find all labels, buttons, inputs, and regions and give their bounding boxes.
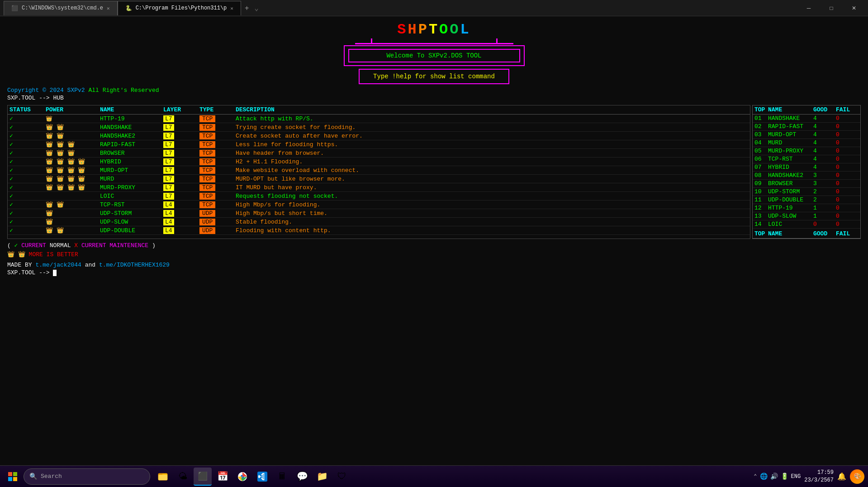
th-status: STATUS	[9, 106, 46, 113]
stats-header: TOP NAME GOOD FAIL	[753, 105, 860, 115]
network-icon[interactable]: 🌐	[760, 473, 768, 480]
legend-close-paren: )	[152, 242, 156, 249]
add-tab-button[interactable]: +	[241, 4, 252, 12]
tab-cmd[interactable]: ⬛ C:\WINDOWS\system32\cmd.e ✕	[4, 1, 118, 15]
copyright-line: Copyright © 2024 SXPv2 All Right's Reser…	[7, 87, 861, 94]
stats-footer: TOP NAME GOOD FAIL	[753, 229, 860, 239]
sh-fail-footer: FAIL	[836, 230, 859, 237]
legend-line: ( ✓ CURRENT NORMAL X CURRENT MAINTENENCE…	[7, 242, 861, 249]
copyright-prefix: Copyright © 2024 SXPv2	[7, 87, 85, 94]
tab-python-icon: 🐍	[125, 5, 132, 12]
table-row: ✓ LOIC L7 TCP Requests flooding not sock…	[8, 192, 750, 201]
search-bar[interactable]: 🔍 Search	[24, 468, 150, 485]
minimize-button[interactable]: ─	[798, 1, 819, 15]
taskbar-app-calendar[interactable]: 📅	[213, 468, 232, 486]
title-bar: ⬛ C:\WINDOWS\system32\cmd.e ✕ 🐍 C:\Progr…	[0, 0, 868, 16]
taskbar-app-weather[interactable]: 🌤	[174, 468, 192, 486]
svg-rect-2	[8, 477, 12, 481]
legend-normal-text: NORMAL	[50, 242, 75, 249]
lang-label[interactable]: ENG	[791, 473, 801, 480]
taskbar-app-fileexplorer[interactable]	[154, 468, 172, 486]
made-by-and: and	[85, 262, 99, 268]
stats-row: 04 MURD 4 0	[753, 139, 860, 147]
chevron-up-icon[interactable]: ⌃	[754, 473, 757, 480]
made-by-line: MADE BY t.me/jack2044 and t.me/IDKOTHERH…	[7, 262, 861, 268]
terminal-cursor	[53, 270, 57, 276]
stats-row: 06 TCP-RST 4 0	[753, 155, 860, 163]
taskbar-app-shield[interactable]: 🛡	[333, 468, 351, 486]
th-power: POWER	[46, 106, 100, 113]
sh-fail: FAIL	[836, 106, 859, 113]
sh-name: NAME	[768, 106, 813, 113]
svg-rect-3	[13, 477, 17, 481]
logo-container: SHPTOOL Welcome To SXPv2.DOS TOOL Type !…	[7, 22, 861, 84]
window-controls: ─ □ ✕	[798, 1, 864, 15]
table-row: ✓ 👑 UDP-STORM L4 UDP High Mbp/s but shor…	[8, 209, 750, 218]
made-by-link2[interactable]: t.me/IDKOTHERHEX1629	[99, 262, 170, 268]
tab-cmd-label: C:\WINDOWS\system32\cmd.e	[22, 5, 103, 11]
avatar-icon: 🎨	[854, 473, 861, 480]
th-type: TYPE	[199, 106, 236, 113]
stats-row: 02 RAPID-FAST 4 0	[753, 123, 860, 131]
taskbar-app-folder[interactable]: 📁	[313, 468, 331, 486]
copyright-suffix: All Right's Reserved	[88, 87, 159, 94]
table-row: ✓ 👑 HTTP-19 L7 TCP Attack http with RP/S…	[8, 115, 750, 123]
tab-python[interactable]: 🐍 C:\Program Files\Python311\p ✕	[118, 1, 241, 15]
table-row: ✓ 👑 👑 👑 👑 HYBRID L7 TCP H2 + H1.1 Floodi…	[8, 158, 750, 166]
svg-rect-0	[8, 472, 12, 476]
table-row: ✓ 👑 👑 UDP-DOUBLE L4 UDP Flooding with co…	[8, 226, 750, 235]
volume-icon[interactable]: 🔊	[770, 473, 778, 480]
made-by-label: MADE BY	[7, 262, 35, 268]
taskbar-app-vscode[interactable]	[253, 468, 271, 486]
more-line: 👑 👑 MORE IS BETTER	[7, 251, 861, 258]
more-crown-icon: 👑	[7, 251, 18, 258]
notification-icon[interactable]: 🔔	[837, 472, 846, 481]
made-by-link1[interactable]: t.me/jack2044	[35, 262, 81, 268]
prompt-label: SXP.TOOL -->	[7, 269, 53, 276]
stats-panel: TOP NAME GOOD FAIL 01 HANDSHAKE 4 0 02 R…	[752, 105, 861, 239]
taskbar-app-calculator[interactable]: 🖩	[273, 468, 291, 486]
taskbar-time[interactable]: 17:59 23/3/2567	[804, 469, 834, 484]
time-display: 17:59	[804, 469, 834, 477]
terminal-area: SHPTOOL Welcome To SXPv2.DOS TOOL Type !…	[0, 16, 868, 465]
logo-t: O	[439, 21, 450, 38]
tab-python-close[interactable]: ✕	[230, 5, 233, 11]
stats-row: 11 UDP-DOUBLE 2 0	[753, 196, 860, 204]
taskbar-app-chrome[interactable]	[233, 468, 251, 486]
legend-current-text2: CURRENT	[81, 242, 109, 249]
close-button[interactable]: ✕	[844, 1, 864, 15]
table-row: ✓ 👑 👑 HANDSHAKE L7 TCP Trying create soc…	[8, 123, 750, 132]
table-row: ✓ 👑 👑 HANDSHAKE2 L7 TCP Create socket au…	[8, 132, 750, 140]
taskbar-app-line[interactable]: 💬	[293, 468, 311, 486]
tab-cmd-icon: ⬛	[11, 5, 18, 12]
stats-row: 01 HANDSHAKE 4 0	[753, 115, 860, 123]
th-name: NAME	[100, 106, 163, 113]
logo-h: H	[408, 21, 418, 38]
stats-row: 13 UDP-SLOW 1 0	[753, 212, 860, 220]
prompt-hub: SXP.TOOL --> HUB	[7, 95, 861, 101]
start-button[interactable]	[4, 468, 22, 486]
taskbar-app-terminal[interactable]: ⬛	[194, 468, 212, 486]
final-prompt[interactable]: SXP.TOOL -->	[7, 269, 861, 276]
taskbar-apps: 🌤 ⬛ 📅 🖩	[154, 468, 351, 486]
maximize-button[interactable]: □	[821, 1, 842, 15]
sh-top-footer: TOP	[754, 230, 768, 237]
th-layer: LAYER	[163, 106, 199, 113]
more-text: 👑 MORE IS BETTER	[18, 251, 78, 258]
user-avatar[interactable]: 🎨	[850, 469, 864, 484]
date-display: 23/3/2567	[804, 477, 834, 484]
stats-row: 08 HANDSHAKE2 3 0	[753, 172, 860, 180]
legend-current-text: CURRENT	[21, 242, 49, 249]
search-text: Search	[41, 473, 62, 480]
stats-row: 05 MURD-PROXY 4 0	[753, 147, 860, 155]
table-row: ✓ 👑 👑 👑 👑 MURD-PROXY L7 TCP IT MURD but …	[8, 183, 750, 192]
battery-icon[interactable]: 🔋	[781, 473, 788, 480]
tab-cmd-close[interactable]: ✕	[107, 5, 110, 11]
table-header: STATUS POWER NAME LAYER TYPE DESCRIPTION	[8, 105, 750, 115]
svg-rect-6	[158, 475, 167, 480]
logo-o: O	[450, 21, 460, 38]
table-row: ✓ 👑 UDP-SLOW L4 UDP Stable flooding.	[8, 218, 750, 226]
tab-python-label: C:\Program Files\Python311\p	[136, 5, 227, 11]
table-row: ✓ 👑 👑 👑 BROWSER L7 TCP Have header from …	[8, 149, 750, 158]
logo-s: S	[397, 21, 408, 38]
